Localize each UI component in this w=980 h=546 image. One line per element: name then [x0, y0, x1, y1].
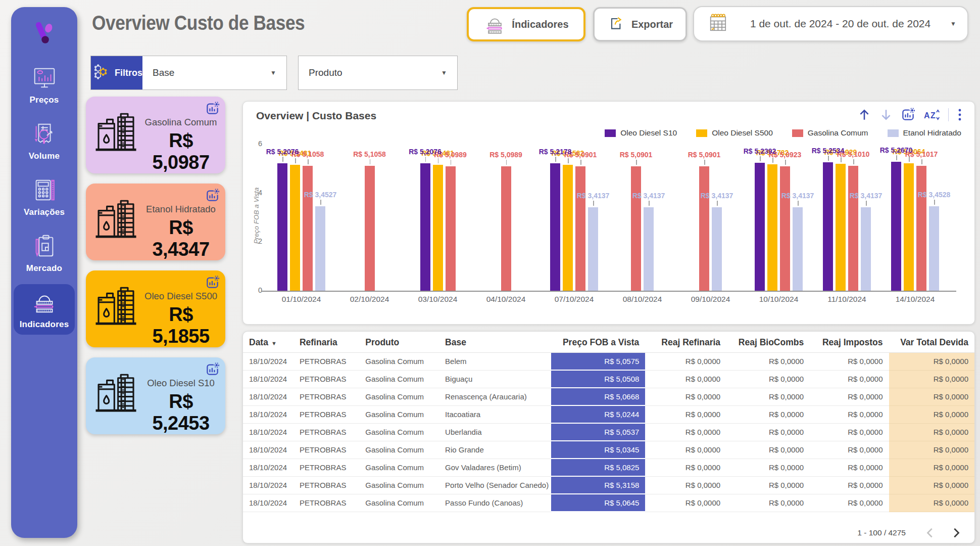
sidebar-item-label: Variações	[24, 207, 65, 217]
kpi-value: R$ 5,2453	[142, 391, 219, 434]
kpi-card-oleo-diesel-s10: Oleo Diesel S10 R$ 5,2453	[86, 357, 225, 434]
column-header-produto[interactable]: Produto	[359, 332, 439, 353]
caret-down-icon: ▼	[270, 69, 276, 76]
exportar-button-label: Exportar	[631, 19, 673, 30]
legend-label: Etanol Hidratado	[903, 128, 961, 138]
bar-label-leader	[593, 201, 594, 206]
column-header-preço-fob-a-vista[interactable]: Preço FOB a Vista	[551, 332, 646, 353]
table-cell: R$ 0,0000	[889, 405, 974, 423]
column-header-reaj-refinaria[interactable]: Reaj Refinaria	[645, 332, 726, 353]
monitor-chart-icon	[31, 64, 58, 94]
chart-settings-icon[interactable]	[206, 362, 219, 378]
bar-07/10/2024-gasolina-comum	[575, 166, 585, 291]
table-row: 18/10/2024PETROBRASGasolina ComumBiguaçu…	[243, 370, 974, 388]
indicadores-button-label: Índicadores	[512, 19, 568, 30]
bar-label-leader	[760, 156, 761, 161]
column-header-data[interactable]: Data▼	[243, 332, 293, 353]
column-header-var-total-devida[interactable]: Var Total Devida	[889, 332, 974, 353]
bar-07/10/2024-etanol-hidratado	[588, 207, 598, 291]
y-tick-label: 2	[249, 237, 262, 245]
arrow-down-icon[interactable]	[879, 108, 893, 121]
bar-label-leader	[555, 157, 556, 162]
table-cell: R$ 0,0000	[645, 494, 726, 512]
page-title: Overview Custo de Bases	[92, 11, 305, 35]
legend-item-oleo-diesel-s500[interactable]: Oleo Diesel S500	[696, 128, 773, 138]
bar-label-leader	[295, 158, 296, 163]
kpi-text: Oleo Diesel S500 R$ 5,1855	[142, 291, 219, 347]
table-cell: Gov Valadares (Betim)	[439, 459, 551, 476]
arrow-up-icon[interactable]	[858, 108, 871, 121]
bar-label-leader	[308, 159, 309, 164]
table-cell: R$ 0,0000	[889, 388, 974, 405]
oil-barrels-icon	[93, 197, 139, 245]
indicadores-button[interactable]: Índicadores	[467, 7, 585, 41]
oil-barrels-icon	[93, 284, 139, 332]
bar-label-leader	[785, 160, 786, 165]
bar-10/10/2024-etanol-hidratado	[793, 207, 803, 291]
sidebar-item-indicadores[interactable]: Indicadores	[14, 284, 75, 335]
oil-barrels-icon	[93, 371, 139, 419]
table-cell: R$ 5,0645	[551, 494, 646, 512]
base-dropdown[interactable]: Base ▼	[142, 56, 286, 89]
legend-item-etanol-hidratado[interactable]: Etanol Hidratado	[888, 128, 961, 138]
chart-settings-icon[interactable]	[901, 108, 915, 121]
chart-toolbar: A Z	[858, 108, 962, 121]
bar-value-label: R$ 5,2534	[812, 147, 845, 155]
table-row: 18/10/2024PETROBRASGasolina ComumPorto V…	[243, 476, 974, 494]
chart-card: Overview | Custo Bases A Z Oleo Diesel S…	[242, 101, 975, 325]
data-table: Data▼RefinariaProdutoBasePreço FOB a Vis…	[243, 332, 974, 512]
table-cell: R$ 5,0537	[551, 423, 646, 441]
sidebar-item-precos[interactable]: Preços	[14, 60, 75, 110]
bar-03/10/2024-gasolina-comum	[446, 166, 456, 291]
pagination-next-button[interactable]	[953, 527, 960, 538]
sidebar-item-volume[interactable]: Volume	[14, 116, 75, 166]
calculator-icon	[31, 176, 58, 206]
table-cell: R$ 0,0000	[810, 388, 889, 405]
table-row: 18/10/2024PETROBRASGasolina ComumPasso F…	[243, 494, 974, 512]
legend-item-oleo-diesel-s10[interactable]: Oleo Diesel S10	[605, 128, 677, 138]
exportar-button[interactable]: Exportar	[593, 7, 687, 41]
column-header-refinaria[interactable]: Refinaria	[293, 332, 359, 353]
sort-az-icon[interactable]: A Z	[923, 108, 940, 121]
kpi-card-gasolina-comum: Gasolina Comum R$ 5,0987	[86, 97, 225, 173]
sidebar-item-mercado[interactable]: Mercado	[14, 228, 75, 279]
pagination-label: 1 - 100 / 4275	[857, 528, 906, 537]
table-cell: R$ 0,0000	[810, 370, 889, 388]
table-cell: R$ 0,0000	[645, 441, 726, 459]
column-header-reaj-impostos[interactable]: Reaj Impostos	[810, 332, 889, 353]
bar-label-leader	[798, 201, 799, 206]
bar-value-label: R$ 5,1058	[353, 150, 386, 158]
table-cell: PETROBRAS	[293, 441, 359, 459]
legend-item-gasolina-comum[interactable]: Gasolina Comum	[792, 128, 868, 138]
table-header-row: Data▼RefinariaProdutoBasePreço FOB a Vis…	[243, 332, 974, 353]
date-range-picker[interactable]: 1 de out. de 2024 - 20 de out. de 2024 ▼	[693, 6, 968, 41]
kebab-menu-icon[interactable]	[957, 108, 962, 121]
pagination-prev-button[interactable]	[926, 527, 933, 538]
bar-03/10/2024-oleo-diesel-s500	[433, 165, 443, 291]
x-axis-label: 08/10/2024	[608, 295, 676, 304]
bar-11/10/2024-oleo-diesel-s10	[823, 162, 833, 291]
sidebar: Preços Volume Variações Mercado Indicado…	[11, 7, 77, 538]
x-axis-label: 03/10/2024	[404, 295, 472, 304]
bar-value-label: R$ 5,2392	[744, 147, 776, 155]
kpi-label: Oleo Diesel S500	[142, 291, 219, 302]
bar-label-leader	[717, 201, 718, 206]
produto-dropdown[interactable]: Produto ▼	[298, 56, 458, 90]
table-cell: R$ 0,0000	[810, 459, 889, 476]
x-axis-label: 04/10/2024	[472, 295, 540, 304]
y-tick-label: 0	[249, 286, 262, 294]
chart-settings-icon[interactable]	[206, 102, 219, 117]
filter-group: Filtros Base ▼	[90, 56, 287, 90]
chart-settings-icon[interactable]	[206, 276, 219, 291]
sidebar-item-variacoes[interactable]: Variações	[14, 172, 75, 222]
filtros-button[interactable]: Filtros	[91, 56, 142, 89]
x-axis-label: 07/10/2024	[540, 295, 608, 304]
table-cell: 18/10/2024	[243, 459, 293, 476]
column-header-base[interactable]: Base	[439, 332, 551, 353]
column-header-reaj-biocombs[interactable]: Reaj BioCombs	[726, 332, 810, 353]
bar-label-leader	[370, 159, 371, 164]
chart-settings-icon[interactable]	[206, 189, 219, 204]
bar-01/10/2024-etanol-hidratado	[315, 206, 325, 291]
table-cell: R$ 0,0000	[645, 405, 726, 423]
table-cell: Porto Velho (Senador Canedo)	[439, 476, 551, 494]
